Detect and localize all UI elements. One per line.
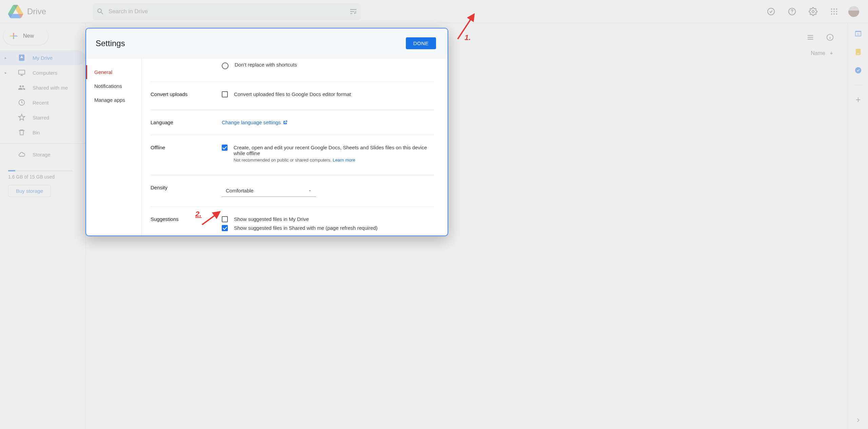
suggestions-mydrive-checkbox[interactable]: Show suggested files in My Drive xyxy=(222,216,434,222)
offline-label: Offline xyxy=(151,145,222,165)
settings-nav-manage-apps[interactable]: Manage apps xyxy=(86,93,141,107)
settings-dialog: Settings DONE General Notifications Mana… xyxy=(85,28,448,236)
convert-uploads-checkbox[interactable]: Convert uploaded files to Google Docs ed… xyxy=(222,91,434,97)
offline-learn-more-link[interactable]: Learn more xyxy=(333,157,355,163)
offline-checkbox[interactable]: Create, open and edit your recent Google… xyxy=(222,145,434,163)
external-link-icon xyxy=(283,120,288,125)
change-language-link[interactable]: Change language settings xyxy=(222,119,288,125)
done-button[interactable]: DONE xyxy=(406,37,436,49)
dropdown-arrow-icon xyxy=(308,189,312,193)
density-select[interactable]: Comfortable xyxy=(222,185,316,197)
settings-content[interactable]: Don't replace with shortcuts Convert upl… xyxy=(142,58,448,236)
density-label: Density xyxy=(151,185,222,197)
shortcuts-radio-dont-replace[interactable]: Don't replace with shortcuts xyxy=(222,62,434,69)
settings-nav: General Notifications Manage apps xyxy=(86,58,142,236)
settings-nav-notifications[interactable]: Notifications xyxy=(86,79,141,93)
suggestions-label: Suggestions xyxy=(151,216,222,234)
language-label: Language xyxy=(151,119,222,125)
suggestions-shared-checkbox[interactable]: Show suggested files in Shared with me (… xyxy=(222,225,434,231)
convert-uploads-label: Convert uploads xyxy=(151,91,222,100)
settings-nav-general[interactable]: General xyxy=(86,65,141,79)
dialog-title: Settings xyxy=(96,39,125,48)
